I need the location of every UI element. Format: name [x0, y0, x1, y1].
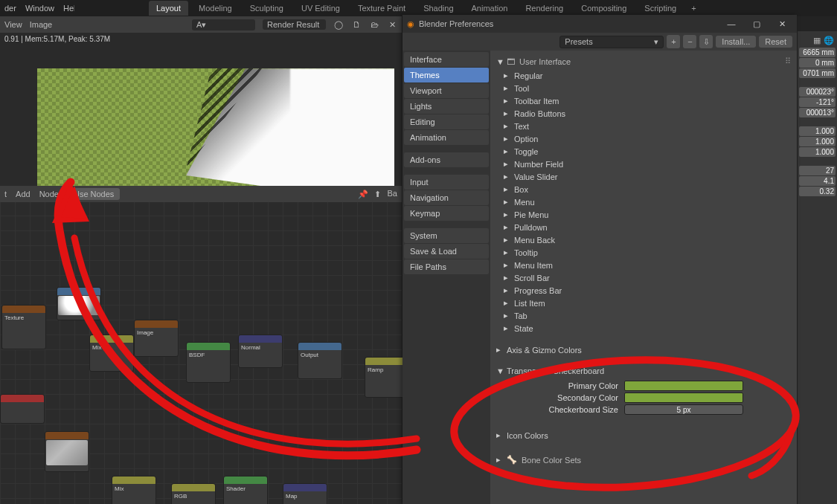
prefs-sidebar-item[interactable]: Interface [404, 52, 489, 67]
theme-subrow[interactable]: ▸Toggle [492, 145, 795, 158]
reset-button[interactable]: Reset [759, 36, 792, 48]
new-image-icon[interactable]: 🗋 [351, 19, 362, 30]
prefs-sidebar-item[interactable]: Editing [404, 114, 489, 129]
prefs-sidebar-item[interactable]: Navigation [404, 190, 489, 205]
maximize-button[interactable]: ▢ [746, 18, 767, 30]
property-value[interactable]: 1.000 [799, 126, 836, 136]
prefs-sidebar-item[interactable]: Input [404, 175, 489, 190]
preset-add-button[interactable]: + [667, 35, 680, 48]
preferences-window: ◉ Blender Preferences — ▢ ✕ Presets ▾ + … [403, 15, 797, 504]
workspace-tab-layout[interactable]: Layout [149, 1, 188, 16]
workspace-tab-compositing[interactable]: Compositing [574, 1, 634, 16]
globe-icon[interactable]: 🌐 [824, 36, 834, 45]
workspace-tab-rendering[interactable]: Rendering [518, 1, 571, 16]
drag-handle-icon[interactable]: ⠿ [785, 56, 791, 66]
theme-subrow[interactable]: ▸Pie Menu [492, 208, 795, 221]
node-menu-node[interactable]: Node [39, 190, 59, 198]
property-value[interactable]: 000013° [799, 108, 836, 117]
theme-subrow[interactable]: ▸Text [492, 120, 795, 132]
workspace-tab-sculpting[interactable]: Sculpting [243, 1, 291, 16]
property-value[interactable]: 0 mm [799, 58, 836, 68]
theme-subrow[interactable]: ▸Box [492, 183, 795, 196]
theme-subrow[interactable]: ▸Tool [492, 82, 795, 94]
theme-subrow[interactable]: ▸Regular [492, 69, 795, 82]
unlink-image-icon[interactable]: ✕ [387, 19, 397, 30]
theme-subrow[interactable]: ▸Number Field [492, 158, 795, 170]
import-button[interactable]: ⇩ [699, 35, 713, 48]
ui-section-header[interactable]: ▼ 🗔 User Interface ⠿ [492, 54, 795, 69]
property-value[interactable]: 27 [799, 166, 836, 175]
image-menu-view[interactable]: View [4, 20, 22, 29]
property-value[interactable]: 1.000 [799, 147, 836, 157]
property-value[interactable]: 4.1 [799, 176, 836, 186]
theme-subrow[interactable]: ▸Value Slider [492, 170, 795, 183]
prefs-sidebar-item[interactable]: Lights [404, 99, 489, 114]
prefs-sidebar-item[interactable]: Add-ons [404, 152, 489, 167]
image-display-mode[interactable]: A▾ [192, 19, 255, 30]
workspace-tab-scripting[interactable]: Scripting [637, 1, 684, 16]
grid-icon[interactable]: ▦ [813, 36, 821, 45]
close-button[interactable]: ✕ [772, 18, 792, 30]
use-nodes-toggle[interactable]: Use Nodes [68, 188, 120, 200]
theme-subrow[interactable]: ▸State [492, 322, 795, 335]
image-menu-image[interactable]: Image [30, 20, 53, 29]
node-menu-select[interactable]: t [4, 190, 7, 198]
workspace-tab-modeling[interactable]: Modeling [191, 1, 240, 16]
prefs-main[interactable]: ▼ 🗔 User Interface ⠿ ▸Regular▸Tool▸Toolb… [490, 51, 797, 504]
theme-subrow[interactable]: ▸Menu Back [492, 233, 795, 246]
theme-subrow[interactable]: ▸List Item [492, 297, 795, 309]
checker-size-field[interactable]: 5 px [624, 404, 743, 415]
theme-subrow[interactable]: ▸Toolbar Item [492, 94, 795, 107]
theme-subrow[interactable]: ▸Tab [492, 309, 795, 322]
theme-subrow[interactable]: ▸Menu [492, 196, 795, 208]
theme-subrow[interactable]: ▸Progress Bar [492, 284, 795, 297]
transparent-checkerboard-row[interactable]: ▼ Transparent Checkerboard [492, 365, 795, 377]
property-value[interactable]: 000023° [799, 87, 836, 97]
prefs-sidebar-item[interactable]: Keymap [404, 206, 489, 221]
prefs-sidebar-item[interactable]: Save & Load [404, 244, 489, 259]
theme-subrow[interactable]: ▸Tooltip [492, 246, 795, 259]
minimize-button[interactable]: — [721, 18, 742, 30]
image-name-field[interactable]: Render Result [263, 19, 326, 30]
theme-subrow[interactable]: ▸Pulldown [492, 221, 795, 233]
presets-dropdown[interactable]: Presets ▾ [559, 36, 664, 48]
theme-subrow-label: Option [514, 135, 538, 143]
pin-icon[interactable]: 📌 [358, 189, 368, 199]
workspace-tab-shading[interactable]: Shading [416, 1, 461, 16]
prefs-sidebar-item[interactable]: Themes [404, 68, 489, 83]
preset-remove-button[interactable]: − [683, 35, 696, 48]
axis-gizmo-row[interactable]: ▸ Axis & Gizmo Colors [492, 343, 795, 356]
open-image-icon[interactable]: 🗁 [369, 19, 379, 30]
theme-subrow[interactable]: ▸Scroll Bar [492, 271, 795, 284]
prefs-sidebar-item[interactable]: System [404, 228, 489, 243]
prefs-sidebar-item[interactable]: Animation [404, 130, 489, 145]
node-menu-add[interactable]: Add [16, 190, 31, 198]
bone-colors-header[interactable]: ▸ 🦴 Bone Color Sets [492, 452, 795, 468]
node-editor[interactable]: t Add Node Use Nodes 📌 ⬆ Ba Texture Mix … [0, 186, 402, 504]
install-button[interactable]: Install... [716, 36, 756, 48]
parent-icon[interactable]: ⬆ [373, 189, 383, 199]
menu-window[interactable]: Window [25, 4, 54, 13]
drag-handle-icon[interactable]: ⠿ [786, 430, 792, 440]
image-canvas[interactable] [37, 68, 394, 202]
pin-icon[interactable]: ◯ [333, 19, 344, 30]
primary-color-swatch[interactable] [624, 381, 743, 391]
workspace-tab-uvediting[interactable]: UV Editing [294, 1, 347, 16]
icon-colors-row[interactable]: ▸ Icon Colors ⠿ [492, 429, 795, 442]
property-value[interactable]: 1.000 [799, 137, 836, 146]
property-value[interactable]: 6665 mm [799, 48, 836, 57]
secondary-color-swatch[interactable] [624, 392, 743, 403]
prefs-sidebar-item[interactable]: File Paths [404, 259, 489, 274]
add-workspace-button[interactable]: + [687, 1, 700, 16]
workspace-tab-animation[interactable]: Animation [464, 1, 516, 16]
property-value[interactable]: 0701 mm [799, 68, 836, 78]
theme-subrow[interactable]: ▸Option [492, 132, 795, 145]
menu-file[interactable]: der [4, 4, 16, 13]
workspace-tab-texpaint[interactable]: Texture Paint [350, 1, 413, 16]
property-value[interactable]: -121° [799, 97, 836, 107]
secondary-color-label: Secondary Color [505, 393, 624, 402]
prefs-sidebar-item[interactable]: Viewport [404, 83, 489, 98]
theme-subrow[interactable]: ▸Radio Buttons [492, 107, 795, 120]
property-value[interactable]: 0.32 [799, 187, 836, 196]
theme-subrow[interactable]: ▸Menu Item [492, 259, 795, 271]
